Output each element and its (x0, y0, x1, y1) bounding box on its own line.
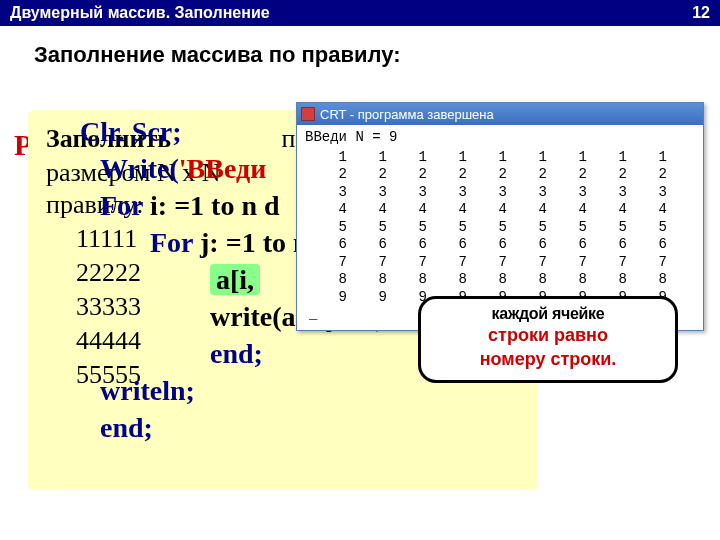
crt-cell: 9 (319, 289, 359, 307)
crt-cell: 7 (639, 254, 679, 272)
crt-cell: 5 (599, 219, 639, 237)
crt-cell: 2 (639, 166, 679, 184)
crt-row: 333333333 (319, 184, 679, 202)
crt-cell: 5 (479, 219, 519, 237)
crt-cell: 3 (359, 184, 399, 202)
crt-cell: 6 (599, 236, 639, 254)
crt-cell: 8 (439, 271, 479, 289)
crt-titlebar: CRT - программа завершена (297, 103, 703, 125)
crt-cell: 5 (319, 219, 359, 237)
crt-cell: 7 (599, 254, 639, 272)
crt-cell: 2 (399, 166, 439, 184)
bubble-top-line: каждой ячейке (429, 305, 667, 323)
crt-cell: 5 (439, 219, 479, 237)
code-for-j-rest: j: =1 to n (193, 227, 309, 258)
crt-cell: 6 (399, 236, 439, 254)
crt-cell: 1 (519, 149, 559, 167)
crt-cell: 9 (359, 289, 399, 307)
bubble-line-2: номеру строки. (429, 349, 667, 370)
crt-cell: 5 (639, 219, 679, 237)
crt-cell: 3 (399, 184, 439, 202)
code-end2: end; (100, 410, 394, 447)
crt-cell: 6 (479, 236, 519, 254)
slide-page-number: 12 (692, 4, 710, 22)
crt-cell: 8 (519, 271, 559, 289)
slide-title: Двумерный массив. Заполнение (10, 4, 270, 22)
crt-cell: 1 (479, 149, 519, 167)
crt-cell: 1 (359, 149, 399, 167)
crt-cell: 1 (559, 149, 599, 167)
crt-row: 444444444 (319, 201, 679, 219)
crt-cell: 6 (359, 236, 399, 254)
crt-cell: 4 (559, 201, 599, 219)
crt-cell: 7 (399, 254, 439, 272)
code-writeln: writeln; (100, 373, 394, 410)
crt-cell: 6 (319, 236, 359, 254)
crt-cell: 6 (519, 236, 559, 254)
crt-row: 777777777 (319, 254, 679, 272)
crt-cell: 2 (359, 166, 399, 184)
crt-cell: 2 (519, 166, 559, 184)
crt-cell: 5 (399, 219, 439, 237)
crt-cell: 1 (439, 149, 479, 167)
crt-cell: 3 (439, 184, 479, 202)
crt-cell: 8 (319, 271, 359, 289)
section-subtitle: Заполнение массива по правилу: (0, 28, 720, 76)
slide-header: Двумерный массив. Заполнение 12 (0, 0, 720, 28)
crt-cell: 4 (479, 201, 519, 219)
code-write-str: 'ВВеди (179, 153, 267, 184)
crt-app-icon (301, 107, 315, 121)
crt-cell: 1 (639, 149, 679, 167)
crt-cell: 4 (599, 201, 639, 219)
crt-cell: 5 (519, 219, 559, 237)
crt-cell: 8 (359, 271, 399, 289)
code-end1: end; (210, 336, 394, 373)
crt-cell: 3 (599, 184, 639, 202)
crt-cell: 8 (639, 271, 679, 289)
crt-cell: 8 (599, 271, 639, 289)
code-write-kw: Write( (100, 153, 179, 184)
crt-cell: 5 (359, 219, 399, 237)
crt-cell: 6 (439, 236, 479, 254)
crt-cell: 7 (319, 254, 359, 272)
crt-cell: 4 (519, 201, 559, 219)
crt-row: 555555555 (319, 219, 679, 237)
crt-cell: 4 (359, 201, 399, 219)
crt-cell: 1 (319, 149, 359, 167)
crt-cell: 3 (479, 184, 519, 202)
crt-cell: 4 (319, 201, 359, 219)
crt-cell: 2 (599, 166, 639, 184)
crt-cell: 7 (439, 254, 479, 272)
crt-cell: 7 (359, 254, 399, 272)
crt-output-table: 1111111112222222223333333334444444445555… (319, 149, 679, 307)
crt-cell: 2 (559, 166, 599, 184)
crt-cell: 1 (599, 149, 639, 167)
crt-cell: 3 (559, 184, 599, 202)
crt-cell: 7 (519, 254, 559, 272)
crt-cell: 3 (519, 184, 559, 202)
code-assign-hl: a[i, (210, 264, 260, 295)
crt-prompt: ВВеди N = 9 (305, 129, 695, 147)
crt-cell: 4 (399, 201, 439, 219)
crt-row: 888888888 (319, 271, 679, 289)
crt-cell: 3 (639, 184, 679, 202)
crt-cell: 4 (639, 201, 679, 219)
crt-cell: 2 (319, 166, 359, 184)
crt-row: 666666666 (319, 236, 679, 254)
crt-row: 222222222 (319, 166, 679, 184)
crt-title-text: CRT - программа завершена (320, 107, 494, 122)
crt-cell: 3 (319, 184, 359, 202)
code-for-i-rest: i: =1 to n d (143, 190, 280, 221)
crt-cell: 8 (399, 271, 439, 289)
crt-cell: 2 (479, 166, 519, 184)
bubble-line-1: строки равно (429, 325, 667, 346)
callout-bubble: каждой ячейке строки равно номеру строки… (418, 296, 678, 383)
code-for-j-kw: For (150, 227, 193, 258)
crt-cell: 2 (439, 166, 479, 184)
crt-cell: 8 (559, 271, 599, 289)
code-for-i-kw: For (100, 190, 143, 221)
crt-cell: 6 (639, 236, 679, 254)
crt-cell: 7 (479, 254, 519, 272)
crt-cell: 4 (439, 201, 479, 219)
crt-cell: 1 (399, 149, 439, 167)
